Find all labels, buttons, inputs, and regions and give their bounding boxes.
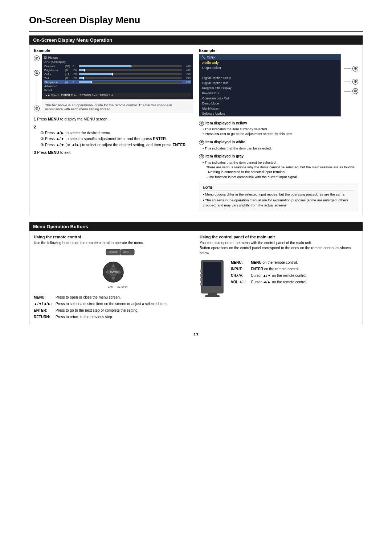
option-item-ptd: Program Title Display (199, 86, 340, 91)
substep-2-3: ③ Press ▲/▼ (or ◄/►) to select or adjust… (40, 142, 193, 148)
menu-buttons-header: Menu Operation Buttons (29, 222, 363, 231)
svg-text:ENTER: ENTER (110, 271, 118, 274)
option-item-output-select: Output Select ———— (199, 65, 340, 70)
option-item-dci: Digital Caption Info. (199, 81, 340, 86)
option-icon: 🔧 (201, 56, 205, 59)
option-title: Option (207, 56, 217, 59)
remote-def-menu: MENU: Press to open or close the menu sc… (34, 295, 192, 300)
osd-section-content: Example ① ② ③ (29, 45, 363, 215)
step-circle-2: ② (34, 70, 40, 76)
remote-sub-title: Using the remote control (34, 235, 192, 239)
menu-left: Using the remote control Use the followi… (34, 235, 192, 321)
osd-layout: Example ① ② ③ (34, 48, 358, 211)
svg-rect-19 (208, 293, 217, 295)
right-annot-2: ② (344, 79, 358, 85)
screen-row-color: Color |+2| -30 +30 (44, 72, 191, 76)
annot-title-2: Item displayed in white (205, 140, 245, 144)
option-item-dcs: Digital Caption Setup (199, 75, 340, 81)
screen-row-brightness: Brightness |0| -30 +30 (44, 68, 191, 72)
tv-illustration-area: MENU: MENU on the remote control. INPUT:… (200, 259, 358, 299)
svg-rect-15 (200, 270, 202, 272)
example-label-right: Example (199, 48, 358, 53)
screen-note-text: The bar above is an operational guide fo… (45, 103, 172, 111)
tv-def: MENU: MENU on the remote control. INPUT:… (231, 260, 307, 299)
substep-2-1: ① Press ◄/► to select the desired menu. (40, 130, 193, 136)
tv-def-vol: VOL +/−: Cursor ◄/► on the remote contro… (231, 280, 307, 285)
title-divider (29, 31, 363, 32)
step-2: 2 ① Press ◄/► to select the desired menu… (34, 124, 193, 148)
remote-sub-text: Use the following buttons on the remote … (34, 241, 192, 246)
annotations-text: ① Item displayed in yellow This indicate… (199, 121, 358, 179)
annot-num-1: ① (199, 121, 204, 126)
screen-title-text: Picture (48, 56, 58, 59)
svg-rect-14 (203, 262, 221, 286)
annot-group-1: ① Item displayed in yellow This indicate… (199, 121, 358, 136)
note-title: NOTE (203, 185, 354, 190)
svg-rect-16 (200, 274, 202, 277)
note-item-1: Menu options differ in the selected inpu… (203, 192, 354, 197)
right-annot-3: ③ (344, 88, 358, 94)
annot-line-1 (344, 69, 351, 69)
remote-def-enter: ENTER: Press to go to the next step or c… (34, 308, 192, 313)
svg-text:EXIT: EXIT (108, 286, 114, 288)
osd-right-inner: 🔧 Option Audio Only Output Select ———— D… (199, 54, 358, 116)
remote-def-return: RETURN: Press to return to the previous … (34, 315, 192, 320)
page: On-Screen Display Menu On-Screen Display… (0, 0, 392, 554)
step-3: 3 Press MENU to exit. (34, 149, 193, 156)
remote-def: MENU: Press to open or close the menu sc… (34, 295, 192, 320)
osd-section: On-Screen Display Menu Operation Example… (29, 35, 363, 215)
note-box: NOTE Menu options differ in the selected… (199, 183, 358, 211)
svg-rect-18 (200, 283, 202, 286)
example-label-left: Example (34, 48, 193, 53)
step-circle-3: ③ (34, 106, 40, 111)
tv-def-input: INPUT: ENTER on the remote control. (231, 267, 307, 272)
screen-title-row: 🖼 Picture (44, 56, 191, 59)
annot-title-3: Item displayed in gray (205, 154, 244, 158)
option-item-id: Identification (199, 106, 340, 111)
page-title: On-Screen Display Menu (29, 15, 363, 26)
svg-text:FREEZE: FREEZE (109, 251, 118, 253)
option-item-audio: Audio Only (199, 60, 340, 65)
option-item-blank (199, 70, 340, 75)
annot-line-2 (344, 82, 351, 82)
opc-label: OPC (44, 60, 50, 63)
osd-right: Example 🔧 Option Audio Only Output Selec… (199, 48, 358, 211)
page-number: 17 (29, 332, 363, 337)
option-screen-wrap: 🔧 Option Audio Only Output Select ———— D… (199, 54, 341, 116)
annot-text-1: This indicates the item currently select… (203, 127, 358, 136)
screen-row-advanced: Advanced (44, 84, 191, 88)
opc-value: [OnDisplay] (51, 60, 66, 63)
steps-area: 1 Press MENU to display the MENU screen.… (34, 116, 193, 155)
svg-rect-20 (205, 295, 220, 297)
annot-circle-2: ② (352, 79, 358, 85)
annot-group-2: ② Item displayed in white This indicates… (199, 140, 358, 151)
osd-left: Example ① ② ③ (34, 48, 193, 211)
menu-buttons-section: Menu Operation Buttons Using the remote … (29, 222, 363, 325)
menu-right: Using the control panel of the main unit… (200, 235, 358, 321)
screen-row-tint: Tint |0| -30 +30 (44, 76, 191, 80)
option-item-fch: Favorite CH (199, 91, 340, 96)
annot-text-2: This indicates that the item can be sele… (203, 146, 358, 151)
option-screen: 🔧 Option Audio Only Output Select ———— D… (199, 54, 341, 116)
right-annot-col: ① ② ③ (344, 54, 358, 116)
remote-illustration: FREEZE MENU (88, 249, 139, 292)
screen-note-box: The bar above is an operational guide fo… (42, 101, 193, 113)
menu-buttons-content: Using the remote control Use the followi… (29, 231, 363, 325)
annot-circle-1: ① (352, 66, 358, 71)
annot-group-3: ③ Item displayed in gray This indicates … (199, 154, 358, 179)
annot-num-2: ② (199, 140, 204, 145)
osd-section-header: On-Screen Display Menu Operation (29, 36, 363, 45)
menu-btns-layout: Using the remote control Use the followi… (34, 235, 358, 321)
annot-text-3: This indicates that the item cannot be s… (203, 160, 358, 179)
main-unit-sub-text: You can also operate the menu with the c… (200, 241, 358, 256)
remote-def-arrows: ▲/▼/◄/►: Press to select a desired item … (34, 301, 192, 307)
screen-row-reset: Reset (44, 88, 191, 92)
option-item-su: Software Update (199, 111, 340, 116)
tv-def-ch: CH∧/∨: Cursor ▲/▼ on the remote control. (231, 273, 307, 278)
main-unit-sub-title: Using the control panel of the main unit (200, 235, 358, 239)
right-annot-1: ① (344, 66, 358, 71)
step-circle-1: ① (34, 56, 40, 61)
svg-rect-17 (200, 278, 202, 281)
option-header: 🔧 Option (199, 54, 340, 60)
tv-def-menu: MENU: MENU on the remote control. (231, 260, 307, 265)
